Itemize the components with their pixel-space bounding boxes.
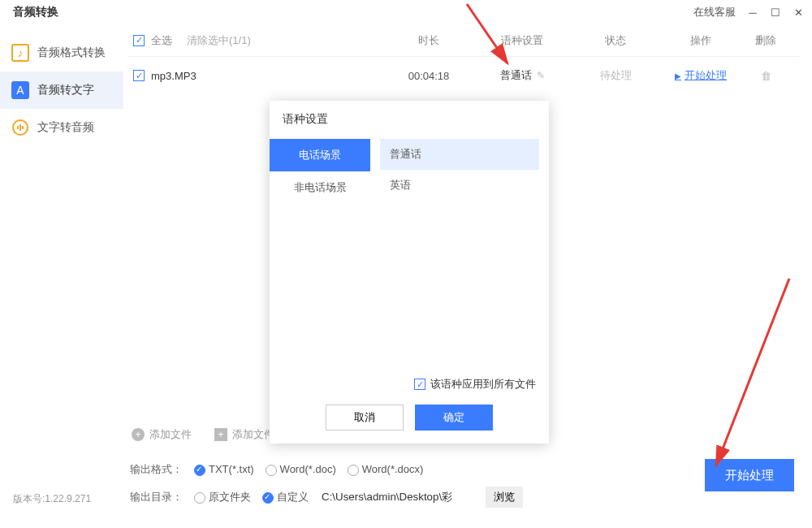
apply-all-checkbox[interactable]: ✓	[414, 379, 425, 390]
plus-circle-icon: +	[132, 428, 145, 441]
format-doc-option[interactable]: Word(*.doc)	[266, 463, 336, 476]
start-process-button[interactable]: 开始处理	[705, 459, 794, 491]
sidebar-item-format-convert[interactable]: ♪ 音频格式转换	[0, 34, 123, 71]
file-name: mp3.MP3	[151, 70, 197, 82]
sidebar-item-audio-to-text[interactable]: A 音频转文字	[0, 71, 123, 109]
online-service-link[interactable]: 在线客服	[693, 5, 736, 19]
dir-source-option[interactable]: 原文件夹	[194, 490, 251, 504]
row-checkbox[interactable]: ✓	[133, 70, 145, 81]
svg-rect-2	[17, 126, 19, 129]
sidebar-item-label: 音频格式转换	[37, 45, 106, 60]
audio-waves-icon	[11, 119, 29, 136]
scene-tab-phone[interactable]: 电话场景	[270, 139, 370, 171]
col-header-delete: 删除	[745, 33, 786, 48]
close-button[interactable]: ✕	[793, 6, 804, 18]
delete-row-icon[interactable]: 🗑	[761, 70, 771, 82]
output-format-label: 输出格式：	[130, 462, 183, 477]
minimize-button[interactable]: ─	[747, 6, 758, 18]
start-process-row-link[interactable]: 开始处理	[675, 68, 727, 83]
output-path-input[interactable]	[320, 490, 474, 505]
maximize-button[interactable]: ☐	[770, 6, 781, 18]
language-option-english[interactable]: 英语	[380, 170, 539, 201]
file-list-header: ✓ 全选 清除选中(1/1) 时长 语种设置 状态 操作 删除	[128, 24, 801, 57]
dir-custom-option[interactable]: 自定义	[262, 490, 309, 504]
file-status: 待处理	[575, 68, 656, 83]
select-all-label: 全选	[151, 33, 172, 48]
file-row: ✓ mp3.MP3 00:04:18 普通话 ✎ 待处理 开始处理 🗑	[128, 57, 801, 94]
dialog-title: 语种设置	[270, 101, 549, 138]
sidebar: ♪ 音频格式转换 A 音频转文字 文字转音频	[0, 24, 123, 451]
clear-selection-link[interactable]: 清除选中(1/1)	[187, 33, 251, 48]
language-option-mandarin[interactable]: 普通话	[380, 139, 539, 170]
dialog-cancel-button[interactable]: 取消	[326, 405, 404, 431]
browse-button[interactable]: 浏览	[486, 487, 523, 508]
language-settings-dialog: 语种设置 电话场景 非电话场景 普通话 英语 ✓ 该语种应用到所有文件 取消 确…	[270, 101, 549, 444]
edit-language-icon[interactable]: ✎	[537, 70, 545, 81]
col-header-status: 状态	[575, 33, 656, 48]
sidebar-item-label: 文字转音频	[37, 120, 94, 135]
file-duration: 00:04:18	[388, 70, 469, 82]
format-txt-option[interactable]: TXT(*.txt)	[194, 463, 254, 476]
version-label: 版本号:1.22.9.271	[13, 492, 91, 506]
sidebar-item-label: 音频转文字	[37, 83, 94, 97]
scene-tab-non-phone[interactable]: 非电话场景	[270, 171, 370, 204]
letter-a-icon: A	[11, 81, 29, 99]
format-docx-option[interactable]: Word(*.docx)	[348, 463, 424, 476]
plus-square-icon: +	[214, 428, 227, 441]
sidebar-item-text-to-audio[interactable]: 文字转音频	[0, 109, 123, 146]
output-dir-label: 输出目录：	[130, 490, 183, 504]
select-all-checkbox[interactable]: ✓	[133, 35, 145, 46]
col-header-operation: 操作	[656, 33, 745, 48]
add-file-button[interactable]: + 添加文件	[132, 427, 192, 442]
file-language: 普通话	[500, 68, 532, 83]
apply-all-label: 该语种应用到所有文件	[430, 377, 536, 392]
svg-rect-3	[22, 126, 24, 129]
dialog-ok-button[interactable]: 确定	[415, 405, 493, 431]
add-file-label: 添加文件	[149, 427, 192, 442]
svg-rect-1	[19, 124, 21, 131]
app-title: 音频转换	[13, 5, 58, 19]
col-header-duration: 时长	[388, 33, 469, 48]
music-note-icon: ♪	[11, 44, 29, 62]
col-header-language: 语种设置	[469, 33, 575, 48]
